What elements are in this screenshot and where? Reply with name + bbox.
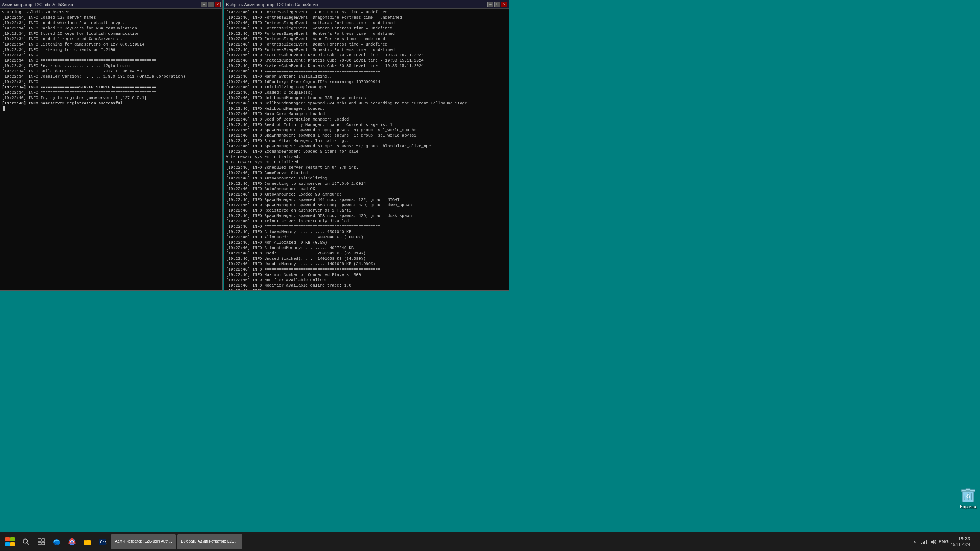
console-line: [19:22:46] INFO FortressSiegeEvent: Aaon… bbox=[226, 36, 507, 42]
console-line: [19:22:46] INFO KrateisCubeEvent: Kratei… bbox=[226, 58, 507, 63]
search-button[interactable] bbox=[18, 534, 34, 549]
console-line: [19:22:46] INFO FortressSiegeEvent: Anth… bbox=[226, 20, 507, 26]
recycle-bin-label: Корзина bbox=[960, 504, 976, 509]
console-line: [19:22:34] INFO Revision: ..............… bbox=[2, 63, 221, 68]
show-desktop-button[interactable] bbox=[974, 535, 975, 549]
console-line: [19:22:46] INFO AutoAnnounce: Initializi… bbox=[226, 176, 507, 181]
task-view-button[interactable] bbox=[34, 534, 49, 549]
tray-icons-group: ∧ bbox=[912, 539, 936, 545]
recycle-bin[interactable]: ♻ Корзина bbox=[960, 486, 976, 509]
minimize-button[interactable]: ─ bbox=[201, 2, 207, 7]
taskbar: C:\_ Администратор: L2Gludin Auth... Выб… bbox=[0, 532, 980, 551]
console-line: [19:22:46] INFO Manor System: Initializi… bbox=[226, 74, 507, 79]
console-line: [19:22:46] INFO Unused (cached): .... 14… bbox=[226, 256, 507, 261]
close-button[interactable]: ✕ bbox=[215, 2, 221, 7]
console-line: Vote reward system initialized. bbox=[226, 160, 507, 165]
network-signal-icon bbox=[921, 539, 927, 544]
task-view-icon bbox=[38, 538, 45, 546]
console-line: [19:22:34] INFO ========================… bbox=[2, 58, 221, 63]
console-line: [19:22:46] INFO FortressSiegeEvent: West… bbox=[226, 26, 507, 31]
console-line: [19:22:34] INFO Listening for clients on… bbox=[2, 47, 221, 52]
authserver-window-controls: ─ □ ✕ bbox=[201, 2, 221, 7]
console-line: [19:22:46] INFO Registered on authserver… bbox=[226, 208, 507, 213]
svg-text:♻: ♻ bbox=[966, 493, 971, 499]
console-line: [19:22:46] INFO SpawnManager: spawned 65… bbox=[226, 213, 507, 218]
clock[interactable]: 19:23 15.11.2024 bbox=[951, 536, 970, 548]
gameserver-console: [19:22:46] INFO FortressSiegeEvent: Tano… bbox=[224, 9, 509, 290]
edge-button[interactable] bbox=[49, 534, 64, 549]
console-line: [19:22:46] INFO FortressSiegeEvent: Tano… bbox=[226, 10, 507, 15]
svg-rect-9 bbox=[38, 539, 41, 541]
gameserver-titlebar[interactable]: Выбрать Администратор: L2Gludin GameServ… bbox=[224, 0, 509, 9]
minimize-button-gs[interactable]: ─ bbox=[487, 2, 493, 7]
console-line: [19:22:46] INFO AllocatedMemory: .......… bbox=[226, 245, 507, 251]
console-line: [19:22:46] INFO Modifier available onlin… bbox=[226, 283, 507, 288]
restore-button-gs[interactable]: □ bbox=[494, 2, 500, 7]
gameserver-taskbar-button[interactable]: Выбрать Администратор: L2Gl... bbox=[177, 534, 242, 549]
clock-date: 15.11.2024 bbox=[951, 542, 970, 548]
input-cursor-line[interactable] bbox=[2, 106, 221, 111]
console-line: [19:22:46] INFO Maximum Number of Connec… bbox=[226, 272, 507, 277]
console-line: [19:22:46] INFO AllowedMemory: .........… bbox=[226, 229, 507, 235]
network-icon[interactable] bbox=[921, 539, 927, 545]
volume-icon[interactable] bbox=[930, 539, 936, 545]
console-line: [19:22:46] INFO Trying to register games… bbox=[2, 95, 221, 101]
gameserver-window-controls: ─ □ ✕ bbox=[487, 2, 507, 7]
console-line: [19:22:46] INFO KrateisCubeEvent: Kratei… bbox=[226, 63, 507, 68]
console-line: [19:22:46] INFO HellboundManager: Loaded… bbox=[226, 95, 507, 101]
console-line: [19:22:34] INFO ========================… bbox=[2, 79, 221, 85]
console-line: [19:22:46] INFO KrateisCubeEvent: Kratei… bbox=[226, 52, 507, 58]
console-line: [19:22:46] INFO Telnet server is current… bbox=[226, 218, 507, 224]
chrome-icon bbox=[68, 538, 76, 546]
console-line: [19:22:46] INFO FortressSiegeEvent: Demo… bbox=[226, 42, 507, 47]
console-line: [19:22:46] INFO Seed of Destruction Mana… bbox=[226, 117, 507, 122]
console-line: [19:22:46] INFO ========================… bbox=[226, 68, 507, 74]
svg-rect-10 bbox=[42, 539, 45, 541]
start-button[interactable] bbox=[2, 534, 18, 549]
gameserver-taskbar-label: Выбрать Администратор: L2Gl... bbox=[181, 539, 238, 543]
file-explorer-button[interactable] bbox=[80, 534, 95, 549]
console-line: [19:22:46] INFO SpawnManager: spawned 65… bbox=[226, 202, 507, 208]
terminal-button[interactable]: C:\_ bbox=[95, 534, 110, 549]
restore-button[interactable]: □ bbox=[208, 2, 214, 7]
svg-rect-2 bbox=[966, 489, 970, 490]
console-line: [19:22:34] INFO Loaded 127 server names bbox=[2, 15, 221, 20]
console-line: [19:22:34] INFO ================SERVER S… bbox=[2, 85, 221, 90]
svg-line-8 bbox=[27, 543, 29, 544]
console-line: [19:22:46] INFO HellboundManager: Loaded… bbox=[226, 106, 507, 111]
authserver-console: Starting L2Gludin AuthServer.[19:22:34] … bbox=[0, 9, 222, 290]
console-line: [19:22:46] INFO ExchangeBroker: Loaded 0… bbox=[226, 149, 507, 154]
console-line: [19:22:34] INFO Build date: ............… bbox=[2, 68, 221, 74]
console-line: [19:22:46] INFO ========================… bbox=[226, 288, 507, 290]
cursor-indicator bbox=[413, 146, 413, 151]
console-line: [19:22:46] INFO HellboundManager: Spawne… bbox=[226, 101, 507, 106]
console-line: [19:22:46] INFO SpawnManager: spawned 4 … bbox=[226, 127, 507, 133]
authserver-titlebar[interactable]: Администратор: L2Gludin AuthServer ─ □ ✕ bbox=[0, 0, 222, 9]
svg-rect-23 bbox=[926, 540, 927, 544]
console-line: [19:22:46] INFO Modifier available onlin… bbox=[226, 277, 507, 283]
svg-rect-20 bbox=[921, 543, 922, 544]
console-line: [19:22:46] INFO Seed of Infinity Manager… bbox=[226, 122, 507, 127]
svg-line-5 bbox=[971, 493, 972, 500]
console-line: [19:22:46] INFO ========================… bbox=[226, 267, 507, 272]
chrome-button[interactable] bbox=[64, 534, 80, 549]
console-line: [19:22:34] INFO ========================… bbox=[2, 52, 221, 58]
console-line: [19:22:46] INFO FortressSiegeEvent: Hunt… bbox=[226, 31, 507, 36]
language-indicator[interactable]: ENG bbox=[939, 539, 949, 544]
search-icon bbox=[22, 538, 30, 546]
svg-rect-21 bbox=[923, 542, 924, 544]
console-line: [19:22:46] INFO ========================… bbox=[226, 224, 507, 229]
authserver-taskbar-button[interactable]: Администратор: L2Gludin Auth... bbox=[111, 534, 176, 549]
close-button-gs[interactable]: ✕ bbox=[501, 2, 507, 7]
console-line: [19:22:34] INFO Listening for gameserver… bbox=[2, 42, 221, 47]
gameserver-title: Выбрать Администратор: L2Gludin GameServ… bbox=[226, 2, 318, 7]
console-line: [19:22:34] INFO Loaded whirlpool2 as def… bbox=[2, 20, 221, 26]
authserver-taskbar-label: Администратор: L2Gludin Auth... bbox=[115, 539, 172, 543]
console-line: [19:22:46] INFO UseableMemory: .........… bbox=[226, 261, 507, 267]
windows-logo-icon bbox=[5, 537, 15, 546]
svg-marker-24 bbox=[931, 540, 934, 544]
svg-rect-12 bbox=[42, 542, 45, 545]
console-line: [19:22:46] INFO Naia Core Manager: Loade… bbox=[226, 111, 507, 117]
system-tray: ∧ ENG 19:23 15.11.2024 bbox=[912, 535, 978, 549]
chevron-up-icon[interactable]: ∧ bbox=[912, 539, 918, 545]
